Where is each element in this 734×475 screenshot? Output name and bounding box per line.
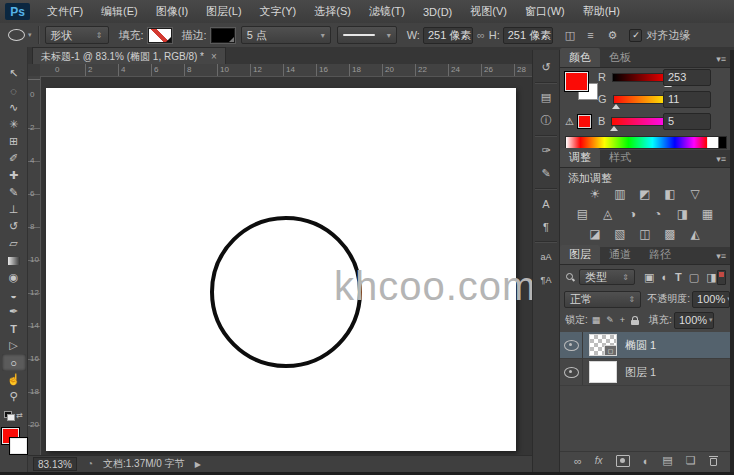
tab-adjustments[interactable]: 调整	[560, 148, 600, 167]
paragraph-styles-panel-button[interactable]: ¶A	[534, 268, 558, 291]
gamut-warning-icon[interactable]: ⚠	[565, 116, 574, 127]
path-selection-tool[interactable]: ▷	[2, 337, 26, 354]
threshold-icon[interactable]: ◫	[637, 227, 653, 241]
zoom-level-field[interactable]: 83.13%	[33, 457, 77, 471]
hue-saturation-icon[interactable]: ▤	[575, 207, 591, 221]
clone-stamp-tool[interactable]: ⊥	[2, 201, 26, 218]
brush-tool[interactable]: ✎	[2, 184, 26, 201]
menu-image[interactable]: 图像(I)	[147, 4, 197, 19]
blue-slider[interactable]	[611, 117, 670, 126]
add-layer-mask-icon[interactable]	[616, 455, 630, 467]
filter-pixel-icon[interactable]: ▣	[644, 272, 654, 283]
character-panel-button[interactable]: A	[534, 192, 558, 215]
tool-preset-picker[interactable]: ▾	[8, 29, 32, 41]
layer-name[interactable]: 椭圆 1	[625, 338, 656, 353]
channel-mixer-icon[interactable]: ◨	[675, 207, 691, 221]
exposure-icon[interactable]: ◧	[662, 187, 678, 201]
brush-presets-panel-button[interactable]: ✎	[534, 162, 558, 185]
zoom-tool[interactable]: ⚲	[2, 388, 26, 405]
slider-thumb[interactable]	[610, 126, 618, 131]
slider-thumb[interactable]	[612, 104, 620, 109]
layer-thumbnail[interactable]: ▢	[589, 334, 617, 356]
delete-layer-icon[interactable]	[709, 455, 718, 466]
paragraph-panel-button[interactable]: ¶	[534, 215, 558, 238]
opacity-input[interactable]: 100% ▾	[692, 291, 730, 308]
lock-position-icon[interactable]: +	[620, 316, 625, 325]
hand-tool[interactable]: ☝	[2, 371, 26, 388]
visibility-toggle[interactable]	[560, 332, 583, 358]
panel-menu-icon[interactable]: ▾≡	[716, 154, 726, 164]
layer-style-fx-icon[interactable]: fx	[595, 455, 603, 466]
gamut-color-chip[interactable]	[578, 115, 591, 128]
move-tool[interactable]: ↖	[2, 65, 26, 82]
black-white-icon[interactable]: ◑	[625, 207, 641, 221]
filter-kind-dropdown[interactable]: 类型 ⇕	[579, 269, 635, 285]
posterize-icon[interactable]: ▧	[612, 227, 628, 241]
crop-tool[interactable]: ⊞	[2, 133, 26, 150]
brush-panel-button[interactable]: ✑	[534, 139, 558, 162]
history-panel-button[interactable]: ↺	[534, 56, 558, 79]
levels-icon[interactable]: ▥	[612, 187, 628, 201]
filter-type-icon[interactable]: T	[675, 272, 682, 283]
eyedropper-tool[interactable]: ✐	[2, 150, 26, 167]
checkbox-checked-icon[interactable]: ✓	[629, 29, 642, 42]
panel-menu-icon[interactable]: ▾≡	[716, 54, 726, 64]
background-color-swatch[interactable]	[10, 438, 27, 454]
shape-width-input[interactable]: 251 像素	[423, 27, 473, 44]
menu-3d[interactable]: 3D(D)	[414, 6, 461, 18]
menu-filter[interactable]: 滤镜(T)	[360, 4, 414, 19]
tab-swatches[interactable]: 色板	[600, 48, 640, 67]
close-icon[interactable]: ×	[211, 51, 217, 62]
brightness-contrast-icon[interactable]: ☀	[587, 187, 603, 201]
status-options-arrow-icon[interactable]: ▶	[195, 460, 201, 469]
path-operations-icon[interactable]: ◫	[565, 30, 575, 41]
tab-channels[interactable]: 通道	[600, 245, 640, 264]
link-layers-icon[interactable]: ∞	[574, 455, 582, 467]
shape-height-input[interactable]: 251 像素	[503, 27, 553, 44]
blend-mode-dropdown[interactable]: 正常 ⇕	[564, 291, 641, 308]
swap-colors-icon[interactable]: ⇄	[16, 411, 23, 420]
blur-tool[interactable]: ◉	[2, 269, 26, 286]
photo-filter-icon[interactable]: ◔	[650, 207, 666, 221]
info-panel-button[interactable]: ⓘ	[534, 109, 558, 132]
curves-icon[interactable]: ◩	[637, 187, 653, 201]
red-value-input[interactable]: 253	[663, 69, 711, 86]
menu-window[interactable]: 窗口(W)	[516, 4, 574, 19]
healing-brush-tool[interactable]: ✚	[2, 167, 26, 184]
type-tool[interactable]: T	[2, 320, 26, 337]
panel-menu-icon[interactable]: ▾≡	[716, 251, 726, 261]
stroke-swatch[interactable]	[211, 28, 235, 43]
menu-file[interactable]: 文件(F)	[38, 4, 92, 19]
path-alignment-icon[interactable]: ≡	[587, 30, 593, 41]
marquee-tool[interactable]: ◌	[2, 82, 26, 99]
dodge-tool[interactable]: ◒	[2, 286, 26, 303]
new-group-icon[interactable]: ▤	[662, 454, 672, 467]
menu-help[interactable]: 帮助(H)	[574, 4, 629, 19]
filter-smart-object-icon[interactable]: ◨	[706, 272, 716, 283]
ellipse-tool[interactable]: ○	[2, 354, 26, 371]
mini-bridge-panel-button[interactable]: ▤	[534, 86, 558, 109]
default-colors-control[interactable]: ⇄	[4, 411, 23, 420]
stroke-style-dropdown[interactable]: ▾	[337, 26, 397, 44]
selective-color-icon[interactable]: ◭	[687, 227, 703, 241]
layer-thumbnail[interactable]	[589, 361, 617, 383]
tab-paths[interactable]: 路径	[640, 245, 680, 264]
lock-all-icon[interactable]	[631, 316, 639, 325]
filter-shape-icon[interactable]: ▢	[689, 272, 699, 283]
lasso-tool[interactable]: ∿	[2, 99, 26, 116]
lock-transparency-icon[interactable]: ▦	[592, 316, 601, 325]
green-value-input[interactable]: 11	[663, 91, 711, 108]
gradient-map-icon[interactable]: ▩	[662, 227, 678, 241]
pen-tool[interactable]: ✒	[2, 303, 26, 320]
gradient-tool[interactable]	[2, 252, 26, 269]
color-balance-icon[interactable]: ◬	[600, 207, 616, 221]
visibility-toggle[interactable]	[560, 359, 583, 385]
quick-selection-tool[interactable]: ✳	[2, 116, 26, 133]
layer-row-layer-1[interactable]: 图层 1	[560, 359, 730, 386]
vibrance-icon[interactable]: ▽	[687, 187, 703, 201]
link-dimensions-icon[interactable]: ∞	[477, 30, 485, 41]
geometry-options-gear-icon[interactable]: ⚙	[608, 30, 618, 41]
tool-mode-dropdown[interactable]: 形状 ⇕	[45, 26, 109, 44]
menu-view[interactable]: 视图(V)	[461, 4, 516, 19]
tab-color[interactable]: 颜色	[560, 48, 600, 67]
